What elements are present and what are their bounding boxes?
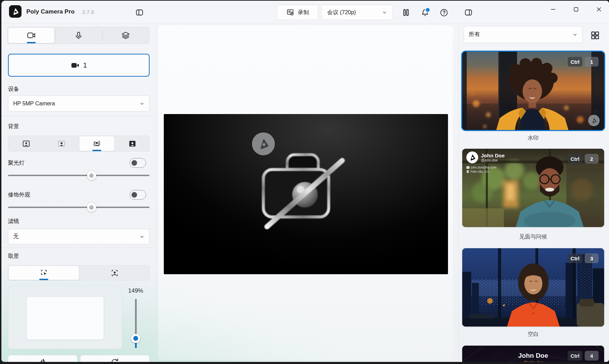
meeting-resolution-dropdown[interactable]: 会议 (720p) [321,5,393,20]
right-panel-divider [458,24,459,362]
slider-thumb[interactable] [87,203,96,212]
left-panel-divider [156,24,156,362]
layers-tab-icon [121,31,130,40]
poly-logo-icon [590,117,598,124]
person-dotted-background-icon [57,139,66,148]
background-blur-button[interactable] [79,136,115,151]
device-value: HP 5MP Camera [13,101,55,107]
template-label: 水印 [462,135,604,142]
pause-icon [401,8,411,17]
spotlight-slider[interactable] [8,171,150,180]
background-light-blur-button[interactable] [44,136,79,151]
slider-thumb[interactable] [131,334,140,343]
manual-framing-button[interactable] [8,266,79,280]
auto-framing-button[interactable] [79,266,150,280]
grid-view-button[interactable] [588,29,602,42]
template-label: 见面与问候 [462,233,604,241]
video-preview [164,114,448,274]
zoom-slider[interactable] [131,299,140,348]
camera-preset-icon [70,61,80,70]
key-badge: 4 [585,351,599,361]
person-location-row: Palo Alto, CA [466,170,505,173]
settings-tabs [7,27,150,44]
toggle-left-panel-button[interactable] [134,7,145,18]
shortcut-badges: Ctrl 4 [568,351,599,361]
camera-off-icon [257,150,354,232]
sidebar-left-icon [135,8,144,17]
touchup-label: 修饰外观 [8,191,30,199]
background-replace-button[interactable] [115,136,150,151]
framing-crop-region[interactable] [27,297,104,340]
background-none-button[interactable] [8,136,44,151]
filter-dropdown[interactable]: 无 [8,229,150,244]
shortcut-badges: Ctrl 3 [568,253,599,263]
poly-watermark [252,132,275,155]
background-mode-group [8,136,150,151]
app-window: Poly Camera Pro 2.7.3 录制 会议 (720p) [1,1,609,362]
person-blur-icon [92,139,101,148]
ctrl-badge: Ctrl [568,154,582,164]
toggle-knob [132,160,137,166]
ctrl-badge: Ctrl [568,253,582,263]
person-handle: @john.doe [481,158,505,162]
camera-preset-1[interactable]: 1 [8,54,150,77]
spotlight-toggle[interactable] [129,158,146,168]
rotate-button[interactable] [80,355,150,362]
key-badge: 1 [585,57,599,67]
device-label: 设备 [8,86,19,93]
template-category-dropdown[interactable]: 所有 [464,26,583,43]
active-tab-indicator [27,42,36,43]
record-button[interactable]: 录制 [277,5,318,20]
key-badge: 3 [585,253,599,263]
slider-thumb[interactable] [87,171,96,180]
framing-mode-group [8,265,150,280]
poly-logo-icon [256,137,270,151]
record-icon [286,8,295,17]
touchup-slider[interactable] [8,203,150,212]
template-card-meet-greet[interactable]: John Doe @john.doe john.doe@hp.com Palo … [462,149,604,227]
device-dropdown[interactable]: HP 5MP Camera [8,95,150,112]
maximize-icon [574,7,578,12]
preset-number: 1 [83,61,87,69]
ctrl-badge: Ctrl [568,57,582,67]
close-button[interactable] [591,1,607,18]
person-card-icon [22,139,31,148]
pause-preview-button[interactable] [400,6,412,19]
tab-microphone[interactable] [55,27,102,44]
template-card-watermark[interactable]: Ctrl 1 [462,52,604,130]
help-icon [440,8,448,17]
poly-logo-icon [468,153,476,162]
toggle-right-panel-button[interactable] [463,7,474,18]
titlebar-divider [1,24,609,24]
minimize-button[interactable] [545,1,561,18]
grid-icon [590,31,600,40]
template-card-name[interactable]: John Doe @john.doe Ctrl 4 [462,346,604,362]
tab-camera[interactable] [8,27,54,43]
ctrl-badge: Ctrl [568,351,582,361]
sidebar-right-icon [464,8,473,17]
poly-logo-icon [11,7,20,16]
rotate-icon [110,357,120,362]
person-name: John Doe [481,153,505,158]
notifications-button[interactable] [419,6,431,19]
lower-third-logo [466,151,478,163]
maximize-button[interactable] [568,1,584,18]
template-label: 空白 [462,331,604,338]
chevron-down-icon [382,10,387,15]
shortcut-badges: Ctrl 1 [568,57,599,67]
framing-label: 取景 [8,253,19,260]
poly-watermark-badge [588,115,600,126]
touchup-toggle[interactable] [129,190,146,200]
template-card-blank[interactable]: Ctrl 3 [462,248,604,327]
meeting-resolution-value: 会议 (720p) [327,9,356,16]
help-button[interactable] [438,6,450,19]
chevron-down-icon [139,234,144,239]
background-label: 背景 [8,123,19,130]
active-background-indicator [92,150,101,151]
slider-track [8,207,150,208]
flip-horizontal-button[interactable] [8,355,77,362]
manual-framing-icon [39,268,48,277]
slider-track [8,175,150,176]
location-pin-icon [466,170,469,173]
tab-layers[interactable] [102,27,149,44]
